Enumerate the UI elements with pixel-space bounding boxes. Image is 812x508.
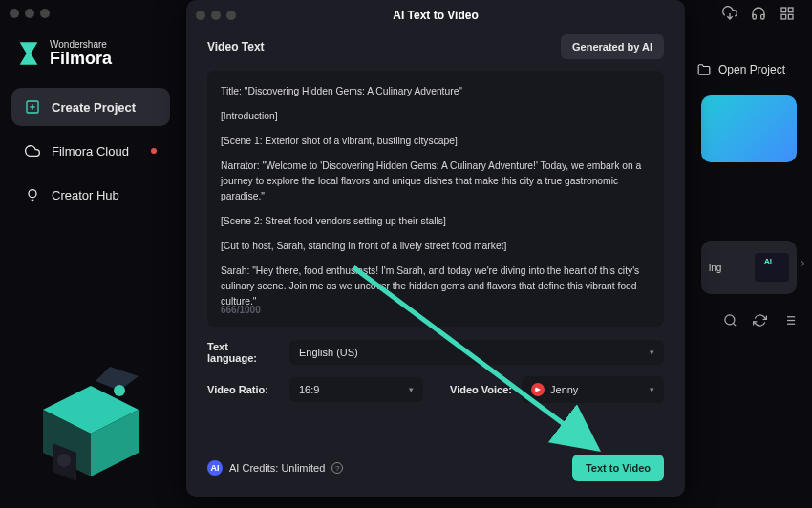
sidebar-item-create-project[interactable]: Create Project [11,88,170,126]
script-line: Narrator: "Welcome to 'Discovering Hidde… [221,159,651,204]
open-project-label: Open Project [718,63,785,76]
character-counter: 666/1000 [221,303,261,318]
script-line: [Scene 1: Exterior shot of a vibrant, bu… [221,134,651,149]
cloud-download-icon[interactable] [722,6,737,21]
titlebar-actions [722,6,812,21]
chevron-down-icon: ▾ [409,385,414,394]
ai-thumbnail-icon [755,253,789,282]
video-voice-select[interactable]: Jenny ▾ [522,376,664,403]
filmora-logo-icon [15,40,42,67]
ai-credits-display: AI AI Credits: Unlimited ? [207,460,343,476]
video-text-heading: Video Text [207,40,265,53]
svg-line-18 [733,323,736,326]
svg-point-14 [114,385,125,396]
notification-dot-icon [151,148,157,154]
modal-traffic-lights[interactable] [186,3,246,28]
svg-point-17 [725,315,735,325]
modal-titlebar: AI Text to Video [186,0,685,31]
plus-square-icon [25,99,40,115]
sidebar-item-label: Filmora Cloud [52,144,129,159]
chevron-down-icon: ▾ [650,385,654,394]
script-line: [Introduction] [221,109,651,124]
text-language-label: Text language: [207,341,280,364]
svg-rect-1 [788,8,793,12]
video-ratio-label: Video Ratio: [207,384,280,395]
voice-avatar-icon [531,383,545,396]
info-icon[interactable]: ? [331,462,343,474]
list-icon[interactable] [782,313,797,328]
script-line: [Cut to host, Sarah, standing in front o… [221,239,651,254]
svg-rect-0 [781,8,786,12]
text-to-video-button[interactable]: Text to Video [572,455,664,481]
lightbulb-icon [25,187,40,202]
carousel-next-button[interactable] [797,256,808,273]
script-line: Title: "Discovering Hidden Gems: A Culin… [221,84,651,99]
folder-icon [697,63,711,76]
sidebar-item-label: Create Project [52,100,136,115]
select-value: 16:9 [299,384,319,395]
chevron-right-icon [797,258,808,269]
headset-icon[interactable] [751,6,766,21]
ai-template-card[interactable]: ing [701,241,797,294]
sidebar: Wondershare Filmora Create Project Filmo… [0,27,182,508]
ai-text-to-video-modal: AI Text to Video Video Text Generated by… [186,0,685,497]
app-logo: Wondershare Filmora [15,40,166,67]
generated-by-ai-button[interactable]: Generated by AI [561,34,664,59]
traffic-lights[interactable] [0,1,59,26]
sidebar-item-label: Creator Hub [52,188,119,202]
credits-label: AI Credits: Unlimited [229,462,325,474]
svg-point-7 [29,190,36,198]
refresh-icon[interactable] [753,313,767,328]
select-value: English (US) [299,347,358,358]
script-textarea[interactable]: Title: "Discovering Hidden Gems: A Culin… [207,71,664,327]
open-project-button[interactable]: Open Project [686,55,797,84]
content-toolbar [723,313,797,328]
modal-title: AI Text to Video [393,9,479,22]
sidebar-item-filmora-cloud[interactable]: Filmora Cloud [11,132,170,170]
brand-name: Filmora [50,50,112,67]
search-icon[interactable] [723,313,737,328]
sidebar-illustration [24,367,158,500]
script-line: [Scene 2: Street food vendors setting up… [221,214,651,229]
chevron-down-icon: ▾ [650,348,654,357]
sidebar-item-creator-hub[interactable]: Creator Hub [11,176,170,214]
video-voice-label: Video Voice: [450,384,512,395]
preview-thumbnail[interactable] [701,95,797,162]
svg-point-16 [57,454,71,467]
ai-card-label: ing [709,263,721,273]
cloud-icon [25,143,40,159]
script-line: Sarah: "Hey there, food enthusiasts! I'm… [221,264,651,309]
video-ratio-select[interactable]: 16:9 ▾ [289,377,423,402]
grid-icon[interactable] [780,6,795,21]
ai-badge-icon: AI [207,460,223,476]
select-value: Jenny [550,384,578,395]
svg-rect-2 [788,14,793,19]
svg-rect-3 [781,14,786,19]
text-language-select[interactable]: English (US) ▾ [289,340,664,365]
